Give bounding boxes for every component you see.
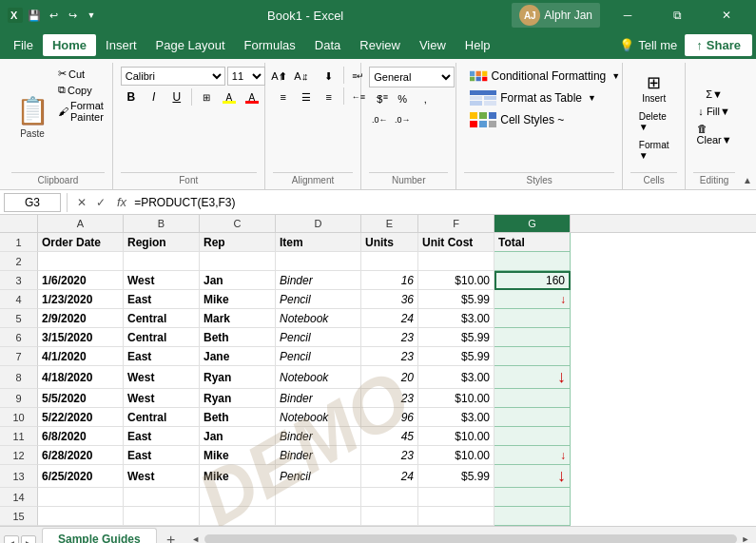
cell-C5[interactable]: Mark bbox=[200, 309, 276, 328]
cell-A14[interactable] bbox=[38, 488, 124, 507]
cell-F7[interactable]: $5.99 bbox=[418, 347, 494, 366]
tab-next-button[interactable]: ► bbox=[21, 535, 36, 543]
decrease-decimal-button[interactable]: .0← bbox=[369, 110, 390, 129]
cell-D12[interactable]: Binder bbox=[276, 446, 361, 465]
cell-D2[interactable] bbox=[276, 252, 361, 271]
italic-button[interactable]: I bbox=[144, 87, 165, 107]
cell-E4[interactable]: 36 bbox=[361, 290, 418, 309]
cell-G13[interactable]: ↓ bbox=[494, 465, 571, 488]
cell-C1[interactable]: Rep bbox=[200, 233, 276, 252]
cell-B12[interactable]: East bbox=[124, 446, 200, 465]
cell-C6[interactable]: Beth bbox=[200, 328, 276, 347]
menu-review[interactable]: Review bbox=[350, 34, 410, 56]
ribbon-collapse[interactable]: ▲ bbox=[743, 63, 752, 189]
cell-B3[interactable]: West bbox=[124, 271, 200, 290]
minimize-button[interactable]: ─ bbox=[606, 0, 649, 30]
cell-A4[interactable]: 1/23/2020 bbox=[38, 290, 124, 309]
cell-C11[interactable]: Jan bbox=[200, 427, 276, 446]
user-area[interactable]: AJ Alphr Jan bbox=[512, 3, 600, 28]
row-number-3[interactable]: 3 bbox=[0, 271, 38, 290]
cell-E10[interactable]: 96 bbox=[361, 408, 418, 427]
cell-E6[interactable]: 23 bbox=[361, 328, 418, 347]
cell-C7[interactable]: Jane bbox=[200, 347, 276, 366]
row-number-14[interactable]: 14 bbox=[0, 488, 38, 507]
cell-C14[interactable] bbox=[200, 488, 276, 507]
copy-button[interactable]: ⧉Copy bbox=[55, 83, 107, 97]
cell-D4[interactable]: Pencil bbox=[276, 290, 361, 309]
cell-E11[interactable]: 45 bbox=[361, 427, 418, 446]
menu-view[interactable]: View bbox=[410, 34, 456, 56]
cell-D15[interactable] bbox=[276, 507, 361, 526]
formula-input[interactable] bbox=[134, 193, 752, 212]
cell-C13[interactable]: Mike bbox=[200, 465, 276, 488]
col-header-d[interactable]: D bbox=[276, 215, 361, 232]
scroll-right-button[interactable]: ► bbox=[739, 533, 752, 544]
cell-C2[interactable] bbox=[200, 252, 276, 271]
row-number-11[interactable]: 11 bbox=[0, 427, 38, 446]
cell-F2[interactable] bbox=[418, 252, 494, 271]
row-number-13[interactable]: 13 bbox=[0, 465, 38, 488]
cell-B4[interactable]: East bbox=[124, 290, 200, 309]
font-name-select[interactable]: Calibri bbox=[121, 67, 225, 86]
format-painter-button[interactable]: 🖌Format Painter bbox=[55, 99, 107, 124]
row-number-12[interactable]: 12 bbox=[0, 446, 38, 465]
font-size-select[interactable]: 11 bbox=[227, 67, 265, 86]
conditional-formatting-button[interactable]: Conditional Formatting ▼ bbox=[464, 67, 626, 86]
cell-A13[interactable]: 6/25/2020 bbox=[38, 465, 124, 488]
cell-F14[interactable] bbox=[418, 488, 494, 507]
cell-B8[interactable]: West bbox=[124, 366, 200, 389]
cell-A2[interactable] bbox=[38, 252, 124, 271]
cell-C12[interactable]: Mike bbox=[200, 446, 276, 465]
cell-G4[interactable]: ↓ bbox=[494, 290, 571, 309]
percent-button[interactable]: % bbox=[392, 89, 413, 108]
cell-D10[interactable]: Notebook bbox=[276, 408, 361, 427]
number-format-select[interactable]: General bbox=[369, 67, 455, 87]
cell-F8[interactable]: $3.00 bbox=[418, 366, 494, 389]
cell-A5[interactable]: 2/9/2020 bbox=[38, 309, 124, 328]
cell-E12[interactable]: 23 bbox=[361, 446, 418, 465]
format-cells-button[interactable]: Format ▼ bbox=[633, 138, 675, 163]
cell-B7[interactable]: East bbox=[124, 347, 200, 366]
cell-F11[interactable]: $10.00 bbox=[418, 427, 494, 446]
cell-E1[interactable]: Units bbox=[361, 233, 418, 252]
align-right-button[interactable]: ≡ bbox=[319, 87, 339, 107]
cell-F13[interactable]: $5.99 bbox=[418, 465, 494, 488]
cell-C4[interactable]: Mike bbox=[200, 290, 276, 309]
cell-E5[interactable]: 24 bbox=[361, 309, 418, 328]
cell-B14[interactable] bbox=[124, 488, 200, 507]
cell-D13[interactable]: Pencil bbox=[276, 465, 361, 488]
align-left-button[interactable]: ≡ bbox=[273, 87, 294, 107]
cell-B11[interactable]: East bbox=[124, 427, 200, 446]
cell-E8[interactable]: 20 bbox=[361, 366, 418, 389]
cell-C9[interactable]: Ryan bbox=[200, 389, 276, 408]
share-button[interactable]: ↑ Share bbox=[685, 34, 752, 56]
close-button[interactable]: ✕ bbox=[705, 0, 748, 30]
row-number-6[interactable]: 6 bbox=[0, 328, 38, 347]
currency-button[interactable]: $ bbox=[369, 89, 390, 108]
cell-G7[interactable] bbox=[494, 347, 571, 366]
row-number-4[interactable]: 4 bbox=[0, 290, 38, 309]
col-header-g[interactable]: G bbox=[494, 215, 571, 232]
cell-G11[interactable] bbox=[494, 427, 571, 446]
cell-E14[interactable] bbox=[361, 488, 418, 507]
fill-button[interactable]: ↓ Fill▼ bbox=[694, 104, 734, 119]
cell-A6[interactable]: 3/15/2020 bbox=[38, 328, 124, 347]
sheet-tab-sample-guides[interactable]: Sample Guides bbox=[42, 528, 157, 543]
cell-D11[interactable]: Binder bbox=[276, 427, 361, 446]
align-bottom-button[interactable]: ⬇ bbox=[319, 67, 339, 86]
confirm-formula-button[interactable]: ✓ bbox=[92, 194, 109, 211]
col-header-a[interactable]: A bbox=[38, 215, 124, 232]
delete-cells-button[interactable]: Delete ▼ bbox=[633, 109, 675, 134]
cell-G2[interactable] bbox=[494, 252, 571, 271]
col-header-f[interactable]: F bbox=[418, 215, 494, 232]
cell-F9[interactable]: $10.00 bbox=[418, 389, 494, 408]
cell-B6[interactable]: Central bbox=[124, 328, 200, 347]
cell-F6[interactable]: $5.99 bbox=[418, 328, 494, 347]
cell-D7[interactable]: Pencil bbox=[276, 347, 361, 366]
cell-C8[interactable]: Ryan bbox=[200, 366, 276, 389]
align-top-button[interactable]: ⬆ bbox=[273, 67, 294, 86]
comma-button[interactable]: , bbox=[415, 89, 436, 108]
row-number-9[interactable]: 9 bbox=[0, 389, 38, 408]
row-number-5[interactable]: 5 bbox=[0, 309, 38, 328]
row-number-8[interactable]: 8 bbox=[0, 366, 38, 389]
